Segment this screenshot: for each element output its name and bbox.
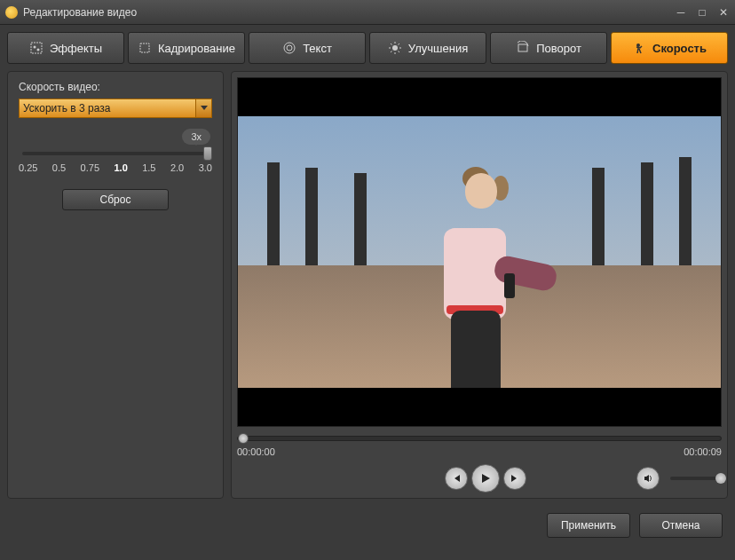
text-icon <box>282 41 296 55</box>
toolbar: Эффекты Кадрирование Текст Улучшения Пов… <box>0 25 735 67</box>
speed-label: Скорость видео: <box>19 81 212 93</box>
svg-line-13 <box>391 51 392 53</box>
rotate-icon <box>516 41 530 55</box>
svg-point-5 <box>287 45 292 51</box>
crop-icon <box>138 41 152 55</box>
skip-back-icon <box>451 473 462 484</box>
timeline-track[interactable] <box>237 436 722 441</box>
tab-rotate[interactable]: Поворот <box>490 32 607 64</box>
footer: Применить Отмена <box>0 506 735 548</box>
volume-thumb[interactable] <box>715 473 726 484</box>
speed-icon <box>632 41 646 55</box>
tab-crop[interactable]: Кадрирование <box>128 32 245 64</box>
timeline-thumb[interactable] <box>238 433 249 444</box>
svg-point-4 <box>284 43 295 53</box>
time-current: 00:00:00 <box>237 446 275 457</box>
enhance-icon <box>388 41 402 55</box>
dropdown-value: Ускорить в 3 раза <box>23 102 110 114</box>
tab-effects[interactable]: Эффекты <box>7 32 124 64</box>
apply-button[interactable]: Применить <box>547 513 630 538</box>
app-icon <box>5 6 18 19</box>
svg-line-11 <box>391 43 392 45</box>
tab-label: Текст <box>303 42 332 55</box>
svg-line-12 <box>398 51 399 53</box>
tab-speed[interactable]: Скорость <box>611 32 728 64</box>
maximize-button[interactable]: □ <box>696 6 708 19</box>
tab-text[interactable]: Текст <box>249 32 366 64</box>
tab-enhance[interactable]: Улучшения <box>369 32 486 64</box>
play-icon <box>479 472 492 485</box>
volume-icon <box>643 473 653 484</box>
slider-ticks: 0.25 0.5 0.75 1.0 1.5 2.0 3.0 <box>19 162 212 173</box>
prev-button[interactable] <box>445 467 468 490</box>
slider-track[interactable] <box>22 152 209 155</box>
chevron-down-icon <box>195 99 211 117</box>
svg-rect-15 <box>518 44 527 51</box>
speed-slider[interactable]: 3x 0.25 0.5 0.75 1.0 1.5 2.0 3.0 <box>19 152 212 173</box>
tab-label: Эффекты <box>50 42 102 55</box>
svg-point-1 <box>33 46 36 49</box>
volume-button[interactable] <box>636 467 660 490</box>
preview-panel: 00:00:00 00:00:09 <box>231 71 728 499</box>
next-button[interactable] <box>503 467 526 490</box>
close-button[interactable]: ✕ <box>717 6 730 19</box>
skip-forward-icon <box>510 473 520 484</box>
speed-badge: 3x <box>182 129 210 145</box>
effects-icon <box>29 41 43 55</box>
cancel-button[interactable]: Отмена <box>639 513 723 538</box>
svg-rect-0 <box>31 43 42 53</box>
volume-slider[interactable] <box>670 477 722 480</box>
tab-label: Улучшения <box>408 42 468 55</box>
minimize-button[interactable]: ─ <box>675 6 687 19</box>
video-preview[interactable] <box>237 77 722 427</box>
tab-label: Поворот <box>536 42 581 55</box>
titlebar: Редактирование видео ─ □ ✕ <box>0 0 735 25</box>
speed-dropdown[interactable]: Ускорить в 3 раза <box>19 99 212 118</box>
play-button[interactable] <box>471 464 500 493</box>
svg-point-2 <box>36 49 39 51</box>
tab-label: Кадрирование <box>158 42 235 55</box>
time-total: 00:00:09 <box>684 446 722 457</box>
svg-line-14 <box>398 43 399 45</box>
svg-point-6 <box>392 45 398 51</box>
svg-rect-3 <box>140 43 149 52</box>
speed-panel: Скорость видео: Ускорить в 3 раза 3x 0.2… <box>7 71 224 499</box>
tab-label: Скорость <box>652 42 707 55</box>
slider-thumb[interactable] <box>203 146 212 161</box>
window-title: Редактирование видео <box>23 6 675 19</box>
reset-button[interactable]: Сброс <box>62 189 169 210</box>
timeline: 00:00:00 00:00:09 <box>237 436 722 493</box>
video-frame <box>238 116 721 388</box>
